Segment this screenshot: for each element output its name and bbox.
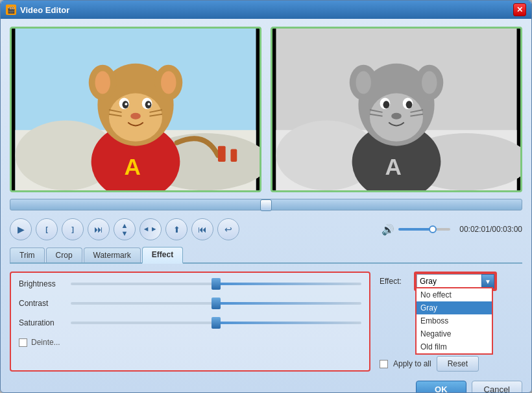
preview-left: A — [10, 27, 261, 192]
svg-rect-19 — [218, 146, 226, 162]
time-display: 00:02:01/00:03:00 — [459, 225, 522, 234]
reset-button[interactable]: Reset — [437, 356, 479, 372]
controls-row: ▶ [ ] ⏭ ▲▼ ▲▼ ⬆ ⏮ ↩ 🔊 00:02:01/00:03:00 — [10, 217, 522, 242]
svg-point-30 — [356, 71, 371, 94]
skip-to-end-button[interactable]: ⏮ — [191, 218, 213, 240]
contrast-row: Contrast — [19, 299, 361, 308]
effect-dropdown-trigger[interactable]: Gray — [417, 274, 481, 288]
effect-option-gray[interactable]: Gray — [417, 301, 492, 314]
svg-point-36 — [406, 101, 413, 108]
saturation-track[interactable] — [71, 322, 361, 324]
deinterlace-row: Deinte... — [19, 338, 361, 347]
volume-section: 🔊 00:02:01/00:03:00 — [381, 223, 522, 236]
brightness-thumb[interactable] — [212, 278, 221, 290]
volume-thumb[interactable] — [429, 225, 437, 233]
flip-horizontal-button[interactable]: ▲▼ — [114, 218, 136, 240]
cancel-button[interactable]: Cancel — [472, 381, 522, 393]
effect-option-negative[interactable]: Negative — [417, 327, 492, 340]
effect-label: Effect: — [380, 277, 409, 286]
timeline-thumb[interactable] — [260, 199, 272, 211]
tab-effect[interactable]: Effect — [142, 247, 183, 264]
play-button[interactable]: ▶ — [10, 218, 32, 240]
apply-row: Apply to all Reset — [380, 356, 522, 372]
svg-point-31 — [422, 71, 437, 94]
brightness-row: Brightness — [19, 279, 361, 288]
contrast-track[interactable] — [71, 302, 361, 305]
brightness-label: Brightness — [19, 279, 64, 288]
effect-option-old-film[interactable]: Old film — [417, 340, 492, 353]
main-content: A — [1, 19, 531, 393]
editor-panel: Brightness Contrast Saturation — [10, 272, 522, 372]
mark-out-button[interactable]: ] — [62, 218, 84, 240]
svg-point-35 — [383, 101, 389, 108]
saturation-row: Saturation — [19, 318, 361, 327]
volume-slider[interactable] — [398, 228, 450, 231]
contrast-label: Contrast — [19, 299, 64, 308]
window-title: Video Editor — [20, 5, 513, 15]
volume-icon: 🔊 — [381, 223, 394, 236]
video-editor-window: 🎬 Video Editor ✕ A — [0, 0, 532, 393]
title-bar: 🎬 Video Editor ✕ — [1, 1, 531, 19]
contrast-thumb[interactable] — [212, 298, 221, 309]
svg-point-18 — [130, 113, 141, 120]
timeline[interactable] — [10, 199, 522, 210]
tab-crop[interactable]: Crop — [46, 247, 82, 262]
ok-button[interactable]: OK — [416, 381, 466, 393]
preview-area: A — [10, 27, 522, 192]
tab-trim[interactable]: Trim — [10, 247, 45, 262]
svg-point-10 — [161, 71, 176, 94]
svg-point-17 — [148, 103, 151, 105]
svg-point-16 — [125, 103, 127, 105]
apply-to-all-checkbox[interactable] — [380, 360, 388, 368]
right-section: Effect: Gray ▼ No effect Gray Embos — [380, 272, 522, 372]
effect-selected-value: Gray — [420, 277, 437, 286]
effect-option-no-effect[interactable]: No effect — [417, 288, 492, 301]
app-icon: 🎬 — [6, 5, 16, 15]
deinterlace-label: Deinte... — [31, 338, 60, 347]
svg-rect-20 — [230, 149, 237, 162]
undo-button[interactable]: ↩ — [217, 218, 239, 240]
effect-dropdown-button[interactable]: ▼ — [481, 274, 494, 288]
svg-text:A: A — [385, 154, 401, 179]
sliders-section: Brightness Contrast Saturation — [10, 272, 370, 372]
effect-dropdown-container: Gray ▼ No effect Gray Emboss Negative Ol… — [414, 272, 497, 291]
effect-row: Effect: Gray ▼ No effect Gray Embos — [380, 272, 522, 291]
deinterlace-checkbox[interactable] — [19, 338, 27, 347]
tab-watermark[interactable]: Watermark — [84, 247, 141, 262]
saturation-label: Saturation — [19, 318, 64, 327]
close-button[interactable]: ✕ — [513, 3, 526, 16]
svg-point-37 — [391, 113, 402, 120]
saturation-thumb[interactable] — [212, 317, 221, 329]
preview-right: A — [271, 27, 522, 192]
tabs-row: Trim Crop Watermark Effect — [10, 247, 522, 264]
flip-vertical-button[interactable]: ▲▼ — [139, 218, 162, 240]
next-frame-button[interactable]: ⏭ — [88, 218, 110, 240]
apply-to-all-label: Apply to all — [393, 359, 431, 368]
mark-in-button[interactable]: [ — [36, 218, 58, 240]
svg-point-9 — [95, 71, 110, 94]
brightness-track[interactable] — [71, 283, 361, 285]
bottom-row: OK Cancel — [10, 377, 522, 393]
effect-dropdown-list: No effect Gray Emboss Negative Old film — [415, 287, 493, 355]
deinterlace-button[interactable]: ⬆ — [165, 218, 187, 240]
svg-text:A: A — [124, 154, 140, 179]
effect-option-emboss[interactable]: Emboss — [417, 314, 492, 327]
